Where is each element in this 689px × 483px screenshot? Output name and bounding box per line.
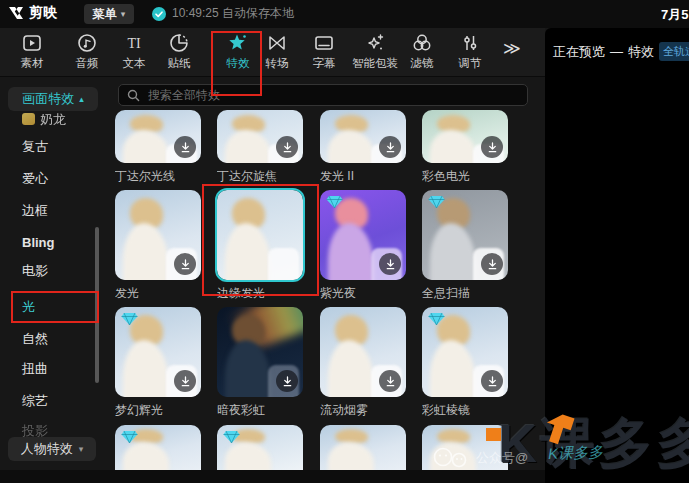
preview-target: 特效 [628,43,654,61]
download-icon[interactable] [379,253,401,275]
sidebar-item-light[interactable]: 光 [22,298,35,316]
download-icon[interactable] [174,370,196,392]
category-label: Bling [22,235,55,250]
effect-card-flowing-smoke[interactable]: 流动烟雾 [320,307,406,419]
effect-name: 边缘发光 [217,285,303,302]
character-effects-selector[interactable]: 人物特效 ▾ [8,437,96,461]
group-selector-label: 画面特效 [22,90,74,108]
download-icon[interactable] [481,136,503,158]
app-logo: 剪映 [8,4,57,22]
sticker-icon [168,32,190,54]
category-label: 复古 [22,139,48,154]
effect-thumbnail[interactable] [320,110,406,163]
effect-card-edge-glow-selected[interactable]: 边缘发光 [217,190,303,302]
vip-diamond-icon [326,195,343,209]
tab-media[interactable]: 素材 [2,32,62,74]
search-input[interactable] [146,87,519,103]
effect-name: 彩虹棱镜 [422,402,508,419]
effect-thumbnail[interactable] [422,190,508,280]
effect-thumbnail[interactable] [217,110,303,163]
effect-name: 发光 II [320,168,406,185]
autosave-text: 10:49:25 自动保存本地 [172,5,294,22]
effect-name: 彩色电光 [422,168,508,185]
effect-thumbnail[interactable] [217,307,303,397]
tab-label: 文本 [123,56,146,71]
tab-label: 转场 [266,56,289,71]
effect-thumbnail[interactable] [422,425,508,470]
tab-label: 贴纸 [168,56,191,71]
effect-card-partial[interactable] [320,425,406,470]
effect-card-purple-night[interactable]: 紫光夜 [320,190,406,302]
chevron-down-icon: ▾ [79,444,84,454]
download-icon[interactable] [481,370,503,392]
menu-label: 菜单 [93,6,117,23]
download-icon[interactable] [276,136,298,158]
category-label: 电影 [22,263,48,278]
sidebar-item-distort[interactable]: 扭曲 [22,360,48,378]
chevron-up-icon: ▴ [79,94,84,104]
text-icon: TI [123,32,145,54]
bottom-divider [0,470,545,483]
sidebar-item-movie[interactable]: 电影 [22,262,48,280]
search-bar[interactable] [118,84,528,106]
effect-card-glow[interactable]: 发光 [115,190,201,302]
media-icon [21,32,43,54]
download-icon[interactable] [481,253,503,275]
effect-thumbnail[interactable] [217,425,303,470]
sidebar-item-nature[interactable]: 自然 [22,330,48,348]
tab-label: 音频 [76,56,99,71]
effect-card-partial[interactable] [422,425,508,470]
menu-button[interactable]: 菜单 ▾ [84,4,134,24]
category-label: 扭曲 [22,361,48,376]
effect-card-partial[interactable] [217,425,303,470]
sidebar-scrollbar[interactable] [95,227,99,383]
download-icon[interactable] [276,370,298,392]
effect-thumbnail[interactable] [320,425,406,470]
effect-thumbnail[interactable] [115,110,201,163]
sidebar-item-love[interactable]: 爱心 [22,170,48,188]
effect-thumbnail[interactable] [320,307,406,397]
effect-thumbnail-selected[interactable] [217,190,303,280]
effect-thumbnail[interactable] [422,110,508,163]
effect-card-tyndall-rays[interactable]: 丁达尔光线 [115,110,201,185]
tab-label: 滤镜 [411,56,434,71]
download-icon[interactable] [379,136,401,158]
vip-diamond-icon [223,430,240,444]
sidebar-item-bling[interactable]: Bling [22,235,55,250]
effect-thumbnail[interactable] [115,190,201,280]
effect-group-selector[interactable]: 画面特效 ▴ [8,87,98,111]
effect-thumbnail[interactable] [422,307,508,397]
effect-card-tyndall-focus[interactable]: 丁达尔旋焦 [217,110,303,185]
sidebar-item-nailong[interactable]: 奶龙 [22,111,66,129]
effect-card-partial[interactable] [115,425,201,470]
effect-card-color-lightning[interactable]: 彩色电光 [422,110,508,185]
effect-card-dream-glow[interactable]: 梦幻辉光 [115,307,201,419]
download-icon[interactable] [379,370,401,392]
check-circle-icon [152,7,166,21]
effect-thumbnail[interactable] [115,425,201,470]
effect-name: 全息扫描 [422,285,508,302]
download-icon[interactable] [174,253,196,275]
effect-name: 丁达尔光线 [115,168,201,185]
sidebar-item-border[interactable]: 边框 [22,202,48,220]
tab-label: 素材 [21,56,44,71]
effect-name: 暗夜彩虹 [217,402,303,419]
track-badge[interactable]: 全轨道 [659,42,689,61]
vip-diamond-icon [121,430,138,444]
effect-thumbnail[interactable] [320,190,406,280]
effect-thumbnail[interactable] [115,307,201,397]
effect-card-rainbow-prism[interactable]: 彩虹棱镜 [422,307,508,419]
jianying-logo-icon [8,6,24,20]
audio-icon [76,32,98,54]
download-icon[interactable] [174,136,196,158]
effect-card-night-rainbow[interactable]: 暗夜彩虹 [217,307,303,419]
sidebar-item-retro[interactable]: 复古 [22,138,48,156]
sidebar-item-variety[interactable]: 综艺 [22,392,48,410]
effect-name: 紫光夜 [320,285,406,302]
tab-sticker[interactable]: 贴纸 [149,32,209,74]
effect-card-holo-scan[interactable]: 全息扫描 [422,190,508,302]
tab-adjust[interactable]: 调节 [440,32,500,74]
toolbar-more-button[interactable]: ≫ [503,38,519,59]
effect-card-glow-2[interactable]: 发光 II [320,110,406,185]
preview-panel: 正在预览 — 特效 全轨道 [545,28,689,483]
